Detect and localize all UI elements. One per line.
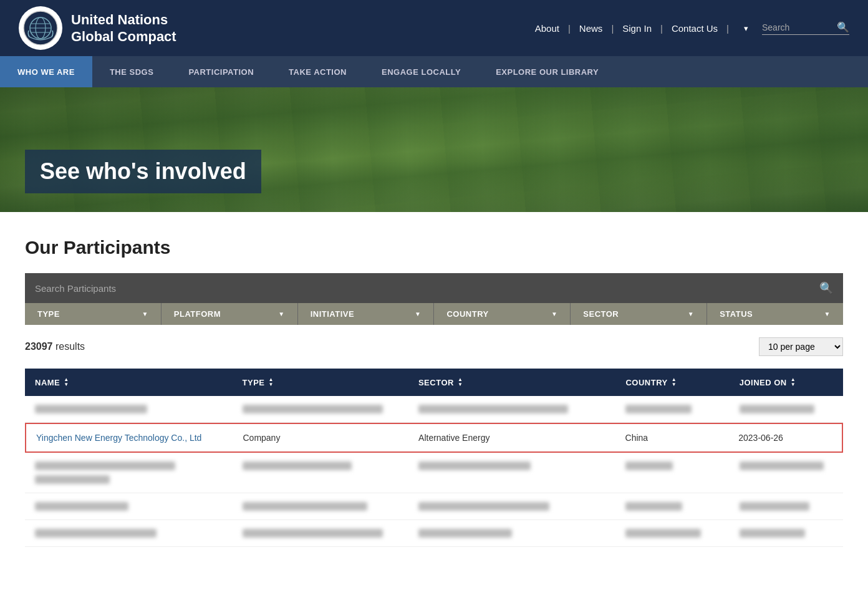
blurred-joined — [730, 396, 843, 422]
search-area: ▾ 🔍 — [735, 21, 849, 35]
initiative-arrow-icon: ▼ — [415, 311, 421, 317]
table-row — [25, 396, 843, 423]
blurred-joined — [730, 453, 843, 493]
blurred-joined — [730, 520, 843, 546]
sign-in-link[interactable]: Sign In — [614, 23, 660, 34]
blurred-name — [25, 493, 233, 519]
news-link[interactable]: News — [571, 23, 612, 34]
col-header-joined[interactable]: JOINED ON ▲▼ — [730, 369, 843, 396]
blurred-country — [615, 520, 729, 546]
blurred-type — [233, 520, 408, 546]
col-header-country[interactable]: COUNTRY ▲▼ — [615, 369, 729, 396]
blurred-type — [233, 453, 408, 493]
blurred-name — [25, 396, 233, 422]
nav-item-who-we-are[interactable]: WHO WE ARE — [0, 56, 92, 87]
nav-item-the-sdgs[interactable]: THE SDGS — [92, 56, 171, 87]
top-bar: United Nations Global Compact About | Ne… — [0, 0, 868, 56]
search-button[interactable]: 🔍 — [837, 21, 849, 33]
logo-area: United Nations Global Compact — [19, 6, 176, 50]
table-header: NAME ▲▼ TYPE ▲▼ SECTOR ▲▼ COUNTRY ▲▼ JOI… — [25, 369, 843, 396]
cell-name: Yingchen New Energy Technology Co., Ltd — [26, 424, 233, 451]
country-arrow-icon: ▼ — [551, 311, 557, 317]
logo-icon — [19, 6, 62, 50]
top-navigation: About | News | Sign In | Contact Us | ▾ … — [526, 21, 849, 35]
sort-sector-icon: ▲▼ — [458, 377, 463, 387]
page-title: Our Participants — [25, 237, 843, 258]
contact-us-link[interactable]: Contact Us — [663, 23, 726, 34]
results-count: 23097 results — [25, 341, 85, 352]
cell-country: China — [615, 424, 729, 451]
main-navigation: WHO WE ARE THE SDGS PARTICIPATION TAKE A… — [0, 56, 868, 87]
blurred-country — [615, 453, 729, 493]
language-dropdown[interactable]: ▾ — [735, 24, 757, 33]
participants-search-bar: 🔍 — [25, 273, 843, 303]
filter-country[interactable]: COUNTRY ▼ — [434, 303, 571, 325]
site-title: United Nations Global Compact — [71, 11, 176, 46]
col-header-type[interactable]: TYPE ▲▼ — [233, 369, 408, 396]
col-header-sector[interactable]: SECTOR ▲▼ — [408, 369, 616, 396]
platform-arrow-icon: ▼ — [278, 311, 284, 317]
participants-search-icon: 🔍 — [819, 281, 833, 295]
hero-title-box: See who's involved — [25, 150, 261, 193]
participants-search-input[interactable] — [35, 283, 819, 294]
type-arrow-icon: ▼ — [142, 311, 148, 317]
hero-banner: See who's involved — [0, 87, 868, 212]
blurred-name — [25, 520, 233, 546]
col-header-name[interactable]: NAME ▲▼ — [25, 369, 233, 396]
search-input[interactable] — [762, 22, 837, 32]
blurred-country — [615, 396, 729, 422]
table-row — [25, 520, 843, 547]
table-row — [25, 453, 843, 493]
nav-item-participation[interactable]: PARTICIPATION — [171, 56, 271, 87]
sort-name-icon: ▲▼ — [64, 377, 69, 387]
table-row-highlighted: Yingchen New Energy Technology Co., Ltd … — [25, 423, 843, 453]
search-input-wrap: 🔍 — [762, 21, 849, 35]
sort-country-icon: ▲▼ — [672, 377, 677, 387]
filter-bar: TYPE ▼ PLATFORM ▼ INITIATIVE ▼ COUNTRY ▼… — [25, 303, 843, 325]
sort-joined-icon: ▲▼ — [791, 377, 796, 387]
nav-item-engage-locally[interactable]: ENGAGE LOCALLY — [364, 56, 478, 87]
blurred-type — [233, 493, 408, 519]
sector-arrow-icon: ▼ — [688, 311, 694, 317]
nav-sep-4: | — [726, 23, 729, 34]
about-link[interactable]: About — [526, 23, 568, 34]
hero-title: See who's involved — [40, 158, 246, 185]
blurred-sector — [408, 396, 616, 422]
table-row — [25, 493, 843, 520]
cell-sector: Alternative Energy — [408, 424, 615, 451]
blurred-sector — [408, 520, 616, 546]
filter-type[interactable]: TYPE ▼ — [25, 303, 162, 325]
participant-name-link[interactable]: Yingchen New Energy Technology Co., Ltd — [36, 433, 201, 443]
main-content: Our Participants 🔍 TYPE ▼ PLATFORM ▼ INI… — [0, 212, 868, 572]
participants-table: NAME ▲▼ TYPE ▲▼ SECTOR ▲▼ COUNTRY ▲▼ JOI… — [25, 369, 843, 547]
sort-type-icon: ▲▼ — [268, 377, 273, 387]
cell-joined: 2023-06-26 — [728, 424, 842, 451]
filter-platform[interactable]: PLATFORM ▼ — [162, 303, 298, 325]
blurred-country — [615, 493, 729, 519]
per-page-select[interactable]: 10 per page 25 per page 50 per page — [759, 337, 843, 356]
filter-sector[interactable]: SECTOR ▼ — [571, 303, 707, 325]
blurred-sector — [408, 493, 616, 519]
nav-item-take-action[interactable]: TAKE ACTION — [271, 56, 364, 87]
blurred-joined — [730, 493, 843, 519]
results-bar: 23097 results 10 per page 25 per page 50… — [25, 337, 843, 356]
filter-status[interactable]: STATUS ▼ — [707, 303, 843, 325]
blurred-type — [233, 396, 408, 422]
nav-item-explore-library[interactable]: EXPLORE OUR LIBRARY — [478, 56, 616, 87]
blurred-name — [25, 453, 233, 493]
status-arrow-icon: ▼ — [824, 311, 831, 317]
blurred-sector — [408, 453, 616, 493]
cell-type: Company — [233, 424, 408, 451]
filter-initiative[interactable]: INITIATIVE ▼ — [298, 303, 435, 325]
